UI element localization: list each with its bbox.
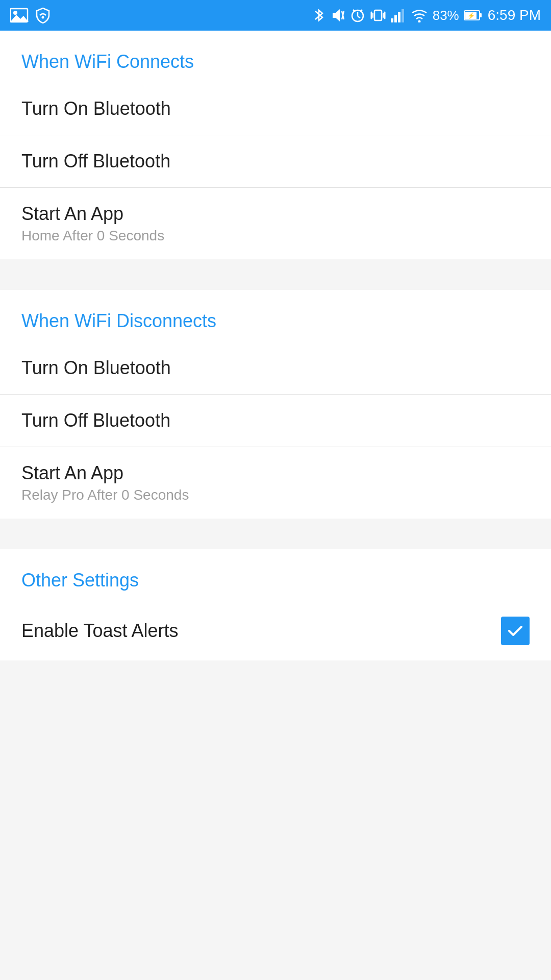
status-bar-right-icons: 83% ⚡ 6:59 PM (313, 7, 541, 23)
list-item-turn-on-bt-connect[interactable]: Turn On Bluetooth (0, 83, 551, 135)
section-wifi-disconnects: When WiFi Disconnects Turn On Bluetooth … (0, 290, 551, 519)
spacer-1 (0, 259, 551, 290)
bluetooth-icon (313, 7, 324, 23)
spacer-2 (0, 519, 551, 549)
status-bar-left-icons (10, 7, 51, 23)
svg-rect-18 (394, 15, 397, 22)
svg-rect-17 (391, 18, 393, 22)
checkmark-icon (506, 622, 524, 640)
svg-line-9 (358, 16, 360, 18)
section-header-wifi-disconnects: When WiFi Disconnects (0, 290, 551, 342)
item-title-start-app-disconnect: Start An App (21, 462, 530, 484)
list-item-turn-on-bt-disconnect[interactable]: Turn On Bluetooth (0, 342, 551, 395)
status-time: 6:59 PM (488, 7, 541, 23)
item-subtitle-start-app-connect: Home After 0 Seconds (21, 228, 530, 244)
status-bar: 83% ⚡ 6:59 PM (0, 0, 551, 31)
battery-percentage: 83% (433, 8, 459, 23)
item-title-start-app-connect: Start An App (21, 203, 530, 225)
section-other-settings: Other Settings Enable Toast Alerts (0, 549, 551, 660)
image-icon (10, 8, 29, 23)
item-title-turn-on-bt-disconnect: Turn On Bluetooth (21, 357, 530, 379)
item-subtitle-start-app-disconnect: Relay Pro After 0 Seconds (21, 487, 530, 503)
section-header-other-settings: Other Settings (0, 549, 551, 601)
item-title-enable-toast-alerts: Enable Toast Alerts (21, 620, 179, 642)
checkbox-enable-toast-alerts[interactable] (501, 617, 530, 645)
section-wifi-connects: When WiFi Connects Turn On Bluetooth Tur… (0, 31, 551, 259)
svg-point-1 (13, 11, 17, 15)
svg-text:⚡: ⚡ (467, 12, 475, 19)
svg-rect-19 (398, 12, 400, 22)
svg-marker-2 (10, 15, 29, 22)
item-title-turn-off-bt-disconnect: Turn Off Bluetooth (21, 410, 530, 431)
signal-icon (391, 8, 406, 22)
item-title-turn-off-bt-connect: Turn Off Bluetooth (21, 151, 530, 172)
svg-rect-23 (480, 13, 482, 17)
main-content: When WiFi Connects Turn On Bluetooth Tur… (0, 31, 551, 660)
svg-rect-12 (374, 10, 382, 20)
wifi-icon (411, 8, 428, 22)
svg-rect-20 (402, 9, 404, 22)
list-item-turn-off-bt-disconnect[interactable]: Turn Off Bluetooth (0, 395, 551, 447)
mute-icon (330, 7, 345, 23)
alarm-icon (350, 7, 365, 23)
svg-marker-4 (333, 9, 340, 21)
svg-point-3 (42, 16, 44, 19)
list-item-enable-toast-alerts[interactable]: Enable Toast Alerts (0, 601, 551, 660)
item-title-turn-on-bt-connect: Turn On Bluetooth (21, 98, 530, 119)
svg-point-21 (418, 20, 420, 23)
vibrate-icon (370, 7, 386, 23)
shield-wifi-icon (35, 7, 51, 23)
list-item-turn-off-bt-connect[interactable]: Turn Off Bluetooth (0, 135, 551, 188)
list-item-start-app-disconnect[interactable]: Start An App Relay Pro After 0 Seconds (0, 447, 551, 519)
battery-icon: ⚡ (464, 10, 483, 21)
list-item-start-app-connect[interactable]: Start An App Home After 0 Seconds (0, 188, 551, 259)
section-header-wifi-connects: When WiFi Connects (0, 31, 551, 83)
